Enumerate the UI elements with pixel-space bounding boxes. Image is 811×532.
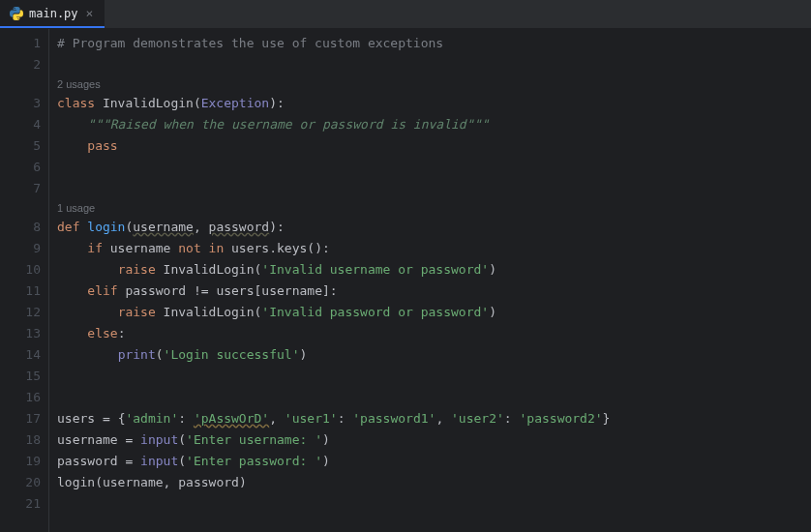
line-number: 6	[0, 157, 41, 178]
string-literal: 'Enter password: '	[186, 454, 322, 468]
builtin-func: print	[118, 347, 156, 362]
function-call: login	[57, 475, 95, 489]
docstring: """Raised when the username or password …	[87, 117, 489, 132]
string-literal: 'user1'	[285, 411, 338, 426]
code-line: login(username, password)	[49, 472, 811, 493]
string-literal: 'pAsswOrD'	[194, 411, 269, 426]
code-line	[49, 178, 811, 199]
identifier: password	[125, 283, 186, 298]
keyword: else	[87, 326, 117, 340]
code-line: raise InvalidLogin('Invalid password or …	[49, 302, 811, 323]
keyword: if	[87, 241, 103, 255]
line-number: 17	[0, 408, 41, 429]
line-number: 18	[0, 429, 41, 451]
builtin-func: input	[140, 454, 178, 468]
method: keys	[277, 241, 307, 255]
tab-filename: main.py	[29, 7, 78, 20]
usage-hint[interactable]: 1 usage	[49, 199, 811, 217]
code-line: print('Login successful')	[49, 344, 811, 366]
line-number: 5	[0, 135, 41, 157]
code-line: class InvalidLogin(Exception):	[49, 93, 811, 114]
string-literal: 'user2'	[451, 411, 504, 426]
code-line: else:	[49, 323, 811, 344]
string-literal: 'Enter username: '	[186, 432, 322, 447]
code-content[interactable]: # Program demonstrates the use of custom…	[48, 29, 811, 532]
line-number: 16	[0, 387, 41, 408]
file-tab[interactable]: main.py ×	[0, 0, 105, 28]
keyword: raise	[118, 262, 156, 277]
function-name: login	[87, 220, 125, 234]
code-line: users = {'admin': 'pAsswOrD', 'user1': '…	[49, 408, 811, 429]
identifier: password	[57, 454, 118, 468]
code-line: password = input('Enter password: ')	[49, 451, 811, 472]
identifier: username	[57, 432, 118, 447]
keyword: elif	[87, 283, 117, 298]
line-number: 15	[0, 366, 41, 387]
code-line: def login(username, password):	[49, 217, 811, 238]
line-number: 13	[0, 323, 41, 344]
tab-bar: main.py ×	[0, 0, 811, 29]
line-number: 10	[0, 259, 41, 281]
identifier: users	[216, 283, 254, 298]
keyword: raise	[118, 305, 156, 319]
string-literal: 'Invalid username or password'	[261, 262, 489, 277]
line-number: 20	[0, 472, 41, 493]
usage-hint[interactable]: 2 usages	[49, 75, 811, 93]
code-line: """Raised when the username or password …	[49, 114, 811, 135]
python-file-icon	[10, 7, 23, 20]
keyword: not in	[178, 241, 224, 255]
line-number: 11	[0, 281, 41, 302]
keyword: class	[57, 96, 95, 110]
identifier: username	[103, 475, 164, 489]
line-number: 12	[0, 302, 41, 323]
base-class: Exception	[201, 96, 269, 110]
line-number: 7	[0, 178, 41, 199]
close-tab-icon[interactable]: ×	[84, 6, 96, 20]
line-number: 1	[0, 33, 41, 54]
code-line	[49, 157, 811, 178]
string-literal: 'Invalid password or password'	[261, 305, 489, 319]
code-line: raise InvalidLogin('Invalid username or …	[49, 259, 811, 281]
line-number: 8	[0, 217, 41, 238]
identifier: username	[261, 283, 322, 298]
line-number: 19	[0, 451, 41, 472]
keyword: pass	[87, 138, 117, 153]
exception-class: InvalidLogin	[164, 262, 255, 277]
code-line	[49, 387, 811, 408]
parameter: username	[133, 220, 194, 234]
line-number: 2	[0, 54, 41, 75]
line-number: 21	[0, 493, 41, 515]
comment-text: # Program demonstrates the use of custom…	[57, 36, 443, 50]
string-literal: 'password1'	[352, 411, 436, 426]
line-number: 3	[0, 93, 41, 114]
class-name: InvalidLogin	[103, 96, 194, 110]
line-number-gutter: 123456789101112131415161718192021	[0, 29, 48, 532]
identifier: users	[57, 411, 95, 426]
string-literal: 'password2'	[520, 411, 603, 426]
identifier: username	[110, 241, 171, 255]
exception-class: InvalidLogin	[164, 305, 255, 319]
line-number: 14	[0, 344, 41, 366]
operator: !=	[194, 283, 209, 298]
code-line: elif password != users[username]:	[49, 281, 811, 302]
line-number: 9	[0, 238, 41, 259]
code-line	[49, 366, 811, 387]
code-line: # Program demonstrates the use of custom…	[49, 33, 811, 54]
code-line: pass	[49, 135, 811, 157]
line-number: 4	[0, 114, 41, 135]
keyword: def	[57, 220, 79, 234]
code-line: username = input('Enter username: ')	[49, 429, 811, 451]
parameter: password	[209, 220, 270, 234]
code-editor[interactable]: 123456789101112131415161718192021 # Prog…	[0, 29, 811, 532]
identifier: password	[178, 475, 239, 489]
identifier: users	[231, 241, 269, 255]
code-line	[49, 54, 811, 75]
builtin-func: input	[140, 432, 178, 447]
code-line: if username not in users.keys():	[49, 238, 811, 259]
string-literal: 'Login successful'	[164, 347, 300, 362]
code-line	[49, 493, 811, 515]
string-literal: 'admin'	[125, 411, 178, 426]
